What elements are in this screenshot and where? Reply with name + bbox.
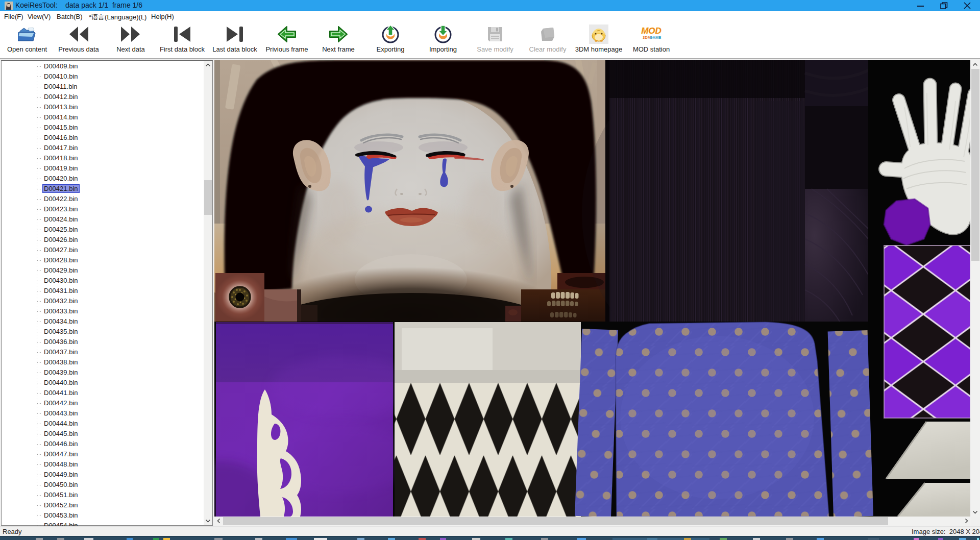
svg-text:MOD: MOD — [641, 26, 662, 36]
svg-text:GAME: GAME — [650, 35, 662, 40]
